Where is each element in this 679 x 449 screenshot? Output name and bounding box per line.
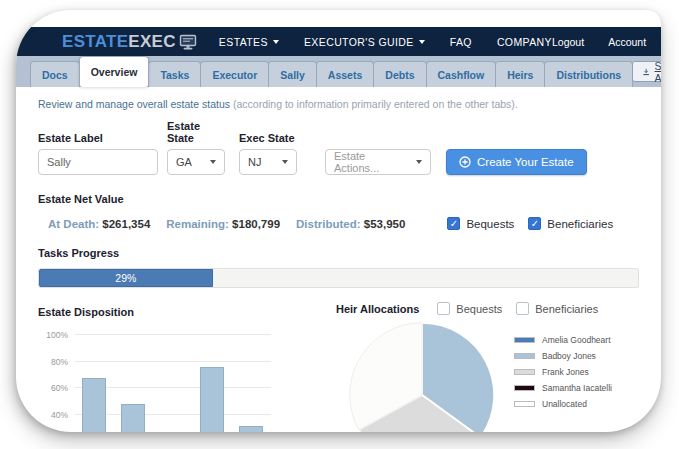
bar-planned (82, 378, 106, 432)
heir-allocations-title: Heir Allocations (336, 303, 419, 315)
bar-sold (121, 404, 145, 432)
nav-item-label: FAQ (450, 36, 472, 48)
monitor-icon (179, 34, 197, 50)
tab-debts[interactable]: Debts (373, 61, 426, 87)
nav-item-label: COMPANY (497, 36, 552, 48)
estate-state-value: GA (176, 156, 192, 168)
legend-label: Frank Jones (542, 367, 589, 377)
exec-state-label: Exec State (239, 132, 297, 144)
estate-label-field-group: Estate Label Sally (38, 132, 158, 175)
create-your-estate-button[interactable]: Create Your Estate (446, 149, 587, 175)
checkbox-checked-icon: ✓ (447, 217, 460, 230)
tab-docs[interactable]: Docs (30, 61, 80, 87)
exec-state-select[interactable]: NJ (239, 149, 297, 175)
estate-state-select[interactable]: GA (167, 149, 225, 175)
tab-strip: DocsOverviewTasksExecutorSallyAssetsDebt… (16, 56, 661, 87)
tasks-progress-label: Tasks Progress (38, 247, 119, 259)
stat-value: $53,950 (364, 218, 406, 230)
app-card: ESTATEEXEC ESTATESEXECUTOR'S GUIDEFAQCOM… (16, 10, 661, 432)
stat-remaining: Remaining: $180,799 (166, 218, 280, 230)
net-value-checkboxes: ✓Bequests✓Beneficiaries (447, 217, 613, 230)
estate-actions-field-group: Estate Actions... (325, 149, 431, 175)
legend-label: Amelia Goodheart (542, 335, 611, 345)
estate-actions-select[interactable]: Estate Actions... (325, 149, 431, 175)
y-tick-label: 80% (38, 357, 68, 367)
tab-tasks[interactable]: Tasks (148, 61, 201, 87)
logo-text-estate: ESTATE (62, 32, 128, 52)
nav-item-estates[interactable]: ESTATES (219, 36, 279, 48)
tab-cashflow[interactable]: Cashflow (426, 61, 497, 87)
tab-list: DocsOverviewTasksExecutorSallyAssetsDebt… (30, 56, 632, 87)
legend-item-amelia-goodheart[interactable]: Amelia Goodheart (514, 335, 612, 345)
create-your-estate-label: Create Your Estate (477, 156, 574, 168)
legend-item-unallocated[interactable]: Unallocated (514, 399, 612, 409)
heir-allocations-pie-chart (346, 319, 498, 432)
stat-label: Remaining: (166, 218, 232, 230)
caret-down-icon (419, 40, 425, 44)
stat-label: At Death: (48, 218, 102, 230)
estate-disposition-bar-chart: 0%20%40%60%80%100%PlannedSoldDebtsAlloca… (38, 330, 283, 432)
bar-allocated (200, 367, 224, 432)
tab-overview[interactable]: Overview (79, 56, 150, 87)
exec-state-field-group: Exec State NJ (239, 132, 297, 175)
tab-distributions[interactable]: Distributions (544, 61, 633, 87)
checkbox-bequests[interactable]: ✓Bequests (437, 302, 502, 315)
legend-item-badboy-jones[interactable]: Badboy Jones (514, 351, 612, 361)
logo-text-exec: EXEC (128, 32, 176, 52)
y-tick-label: 40% (38, 410, 68, 420)
gridline (74, 334, 271, 335)
tab-sally[interactable]: Sally (268, 61, 317, 87)
heir-allocations-panel: Heir Allocations ✓Bequests✓Beneficiaries… (300, 302, 639, 432)
stat-value: $261,354 (102, 218, 150, 230)
estate-form-row: Estate Label Sally Estate State GA Exec … (38, 120, 639, 175)
legend-item-samantha-iacatelli[interactable]: Samantha Iacatelli (514, 383, 612, 393)
save-all-button[interactable]: Save All (632, 61, 661, 82)
y-tick-label: 60% (38, 383, 68, 393)
top-navbar: ESTATEEXEC ESTATESEXECUTOR'S GUIDEFAQCOM… (16, 27, 661, 56)
tab-heirs[interactable]: Heirs (495, 61, 545, 87)
tasks-progress-section: Tasks Progress 29% (38, 243, 639, 288)
heir-allocations-chart-area: Amelia GoodheartBadboy JonesFrank JonesS… (336, 319, 639, 432)
save-all-label: Save All (655, 60, 662, 84)
estate-state-field-group: Estate State GA (167, 120, 225, 175)
estateexec-logo[interactable]: ESTATEEXEC (62, 32, 197, 52)
legend-swatch (514, 337, 535, 343)
estate-state-label: Estate State (167, 120, 225, 144)
legend-swatch (514, 401, 535, 407)
nav-link-account[interactable]: Account (608, 36, 646, 48)
legend-swatch (514, 385, 535, 391)
nav-item-faq[interactable]: FAQ (450, 36, 472, 48)
chevron-down-icon (282, 160, 288, 164)
nav-item-label: ESTATES (219, 36, 268, 48)
net-value-stats-row: At Death: $261,354Remaining: $180,799Dis… (38, 217, 639, 230)
gridline (74, 361, 271, 362)
stat-label: Distributed: (296, 218, 364, 230)
bar-distributed (239, 426, 263, 432)
nav-item-label: EXECUTOR'S GUIDE (304, 36, 414, 48)
heir-allocations-header: Heir Allocations ✓Bequests✓Beneficiaries (336, 302, 639, 315)
checkbox-bequests[interactable]: ✓Bequests (447, 217, 514, 230)
estate-label-input[interactable]: Sally (38, 149, 158, 175)
checkbox-beneficiaries[interactable]: ✓Beneficiaries (516, 302, 598, 315)
nav-link-logout[interactable]: Logout (552, 36, 584, 48)
checkbox-checked-icon: ✓ (528, 217, 541, 230)
tasks-progress-fill: 29% (39, 269, 213, 287)
heir-allocations-checkboxes: ✓Bequests✓Beneficiaries (437, 302, 598, 315)
tab-strip-buttons: Save All Cancel All (632, 61, 661, 87)
legend-swatch (514, 353, 535, 359)
legend-label: Unallocated (542, 399, 587, 409)
legend-swatch (514, 369, 535, 375)
checkbox-beneficiaries[interactable]: ✓Beneficiaries (528, 217, 613, 230)
legend-item-frank-jones[interactable]: Frank Jones (514, 367, 612, 377)
nav-item-executor-s-guide[interactable]: EXECUTOR'S GUIDE (304, 36, 425, 48)
tab-executor[interactable]: Executor (200, 61, 269, 87)
tab-assets[interactable]: Assets (316, 61, 374, 87)
checkbox-unchecked-icon: ✓ (437, 302, 450, 315)
legend-label: Samantha Iacatelli (542, 383, 612, 393)
stat-distributed: Distributed: $53,950 (296, 218, 405, 230)
nav-item-company[interactable]: COMPANY (497, 36, 552, 48)
tasks-progress-value: 29% (115, 272, 136, 284)
estate-label-label: Estate Label (38, 132, 158, 144)
intro-main: Review and manage overall estate status (38, 98, 233, 110)
checkbox-label: Bequests (456, 303, 502, 315)
